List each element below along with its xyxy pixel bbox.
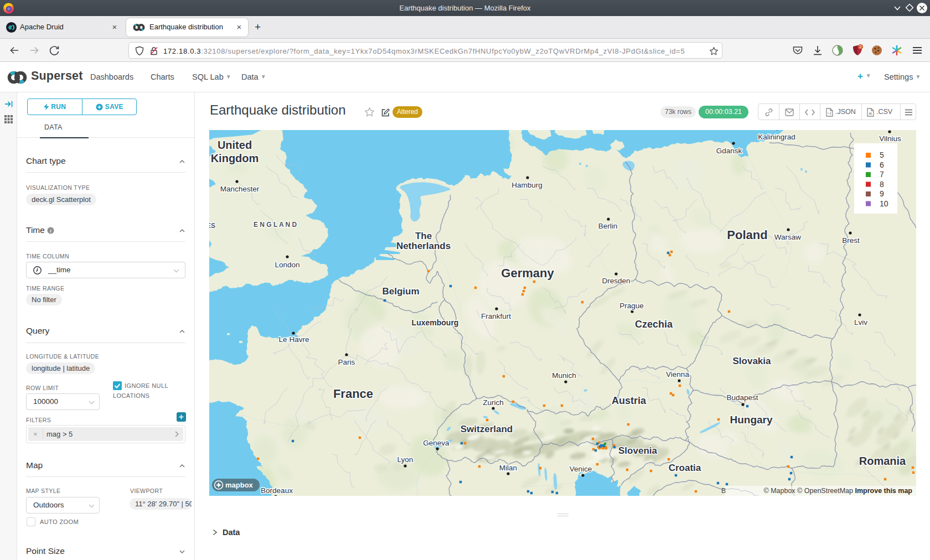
svg-text:B: B <box>721 487 726 495</box>
svg-text:ES: ES <box>209 222 215 230</box>
svg-text:Paris: Paris <box>338 358 355 366</box>
svg-text:Czechia: Czechia <box>635 319 673 330</box>
svg-text:Zurich: Zurich <box>483 398 504 407</box>
svg-text:Dresden: Dresden <box>602 277 630 285</box>
svg-text:Bordeaux: Bordeaux <box>261 486 293 495</box>
svg-text:10: 10 <box>880 199 888 208</box>
svg-text:Austria: Austria <box>612 395 647 406</box>
svg-text:Manchester: Manchester <box>220 185 260 193</box>
svg-text:9: 9 <box>880 189 884 198</box>
svg-text:Prague: Prague <box>619 302 644 310</box>
svg-text:Kaliningrad: Kaliningrad <box>758 133 795 141</box>
svg-text:Kingdom: Kingdom <box>211 152 259 164</box>
svg-text:Lyon: Lyon <box>397 455 414 464</box>
svg-text:Slovenia: Slovenia <box>618 445 657 456</box>
svg-text:Vilnius: Vilnius <box>879 134 901 143</box>
svg-text:London: London <box>275 261 299 269</box>
svg-text:Brest: Brest <box>842 236 860 245</box>
svg-text:7: 7 <box>880 170 884 179</box>
svg-text:Hamburg: Hamburg <box>512 181 542 189</box>
svg-text:Gdansk: Gdansk <box>716 147 742 155</box>
svg-text:8: 8 <box>880 180 884 189</box>
svg-text:Netherlands: Netherlands <box>396 241 451 251</box>
svg-text:Switzerland: Switzerland <box>461 424 513 434</box>
svg-text:Luxembourg: Luxembourg <box>412 318 459 327</box>
svg-text:Geneva: Geneva <box>423 439 450 447</box>
svg-text:Budapest: Budapest <box>726 393 758 402</box>
svg-text:Frankfurt: Frankfurt <box>481 312 511 320</box>
svg-text:The: The <box>415 231 432 241</box>
svg-text:Berlin: Berlin <box>598 222 618 230</box>
svg-text:Slovakia: Slovakia <box>733 356 772 366</box>
svg-text:Poland: Poland <box>727 228 767 242</box>
svg-text:Germany: Germany <box>501 266 554 280</box>
svg-text:Le Havre: Le Havre <box>279 335 309 344</box>
svg-text:E N G L A N D: E N G L A N D <box>254 221 297 229</box>
svg-text:Venice: Venice <box>570 465 592 473</box>
svg-text:2: 2 <box>859 44 862 49</box>
svg-text:© Mapbox © OpenStreetMap Impro: © Mapbox © OpenStreetMap Improve this ma… <box>763 487 912 495</box>
svg-text:6: 6 <box>880 160 884 169</box>
svg-text:Hungary: Hungary <box>730 414 773 426</box>
svg-text:Belgium: Belgium <box>382 286 419 297</box>
svg-text:France: France <box>333 387 373 401</box>
svg-text:mapbox: mapbox <box>225 481 254 489</box>
svg-text:Vienna: Vienna <box>666 370 689 378</box>
svg-text:Lviv: Lviv <box>854 318 867 326</box>
svg-text:Romania: Romania <box>859 455 906 467</box>
svg-text:5: 5 <box>880 151 884 159</box>
svg-text:United: United <box>218 139 252 151</box>
svg-text:Warsaw: Warsaw <box>774 233 802 241</box>
svg-text:Croatia: Croatia <box>669 463 701 473</box>
svg-text:Milan: Milan <box>499 464 517 472</box>
svg-text:Munich: Munich <box>552 371 576 380</box>
